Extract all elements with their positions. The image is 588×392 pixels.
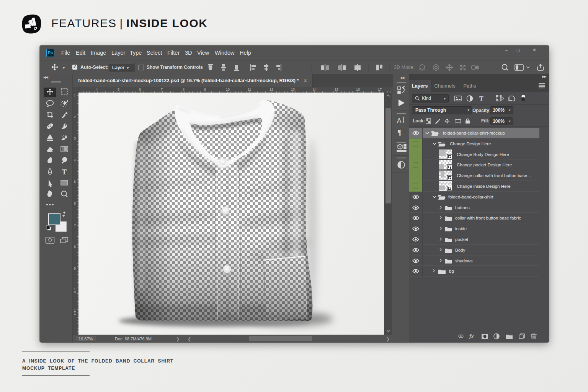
svg-text:A: A [397, 117, 402, 124]
svg-text:T: T [62, 168, 67, 176]
svg-text:¶: ¶ [398, 128, 401, 137]
svg-text:◀◀: ◀◀ [400, 76, 405, 80]
svg-text:fx: fx [469, 333, 474, 339]
svg-text:◀◀: ◀◀ [43, 75, 48, 79]
svg-text:T: T [479, 95, 483, 102]
